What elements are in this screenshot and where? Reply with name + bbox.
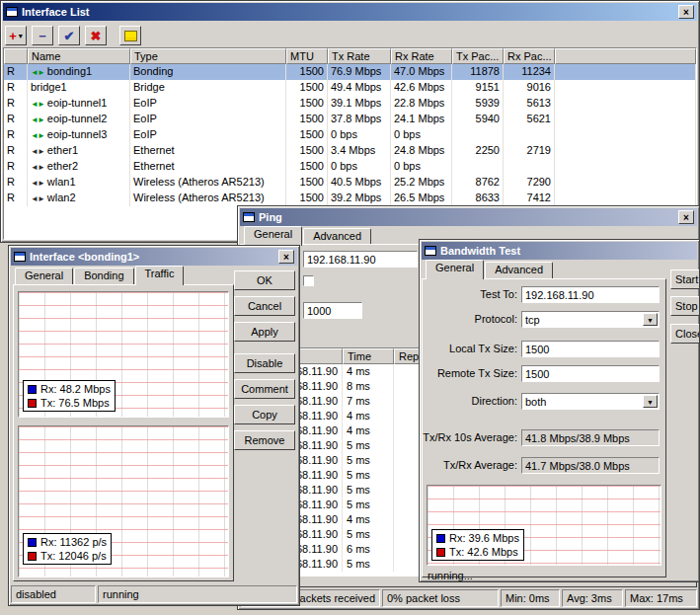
comment-button[interactable]: Comment: [234, 379, 295, 399]
tab-advanced[interactable]: Advanced: [303, 228, 371, 245]
interface-list-titlebar[interactable]: Interface List ×: [3, 3, 697, 21]
interface-row-eoip-tunnel1[interactable]: R◄►eoip-tunnel1EoIP150039.1 Mbps22.8 Mbp…: [4, 96, 696, 112]
interface-icon: ◄►: [31, 100, 44, 109]
interface-row-wlan2[interactable]: R◄►wlan2Wireless (Atheros AR5213)150039.…: [4, 191, 696, 206]
row-filler: [555, 143, 696, 159]
row-flag: R: [4, 127, 28, 143]
interface-icon: ◄►: [31, 68, 44, 77]
col-rx-packets[interactable]: Rx Pac...: [504, 48, 555, 64]
arp-ping-checkbox[interactable]: [303, 275, 314, 286]
bonding-titlebar[interactable]: Interface <bonding1> ×: [11, 248, 297, 266]
row-type: EoIP: [130, 112, 286, 127]
tab-general[interactable]: General: [15, 268, 73, 284]
bonding-interface-window: Interface <bonding1> × General Bonding T…: [8, 245, 300, 606]
rx-packet-value: Rx: 11362 p/s: [40, 536, 107, 548]
enable-interface-button[interactable]: ✔: [58, 26, 80, 45]
bandwidth-general-panel: Test To:192.168.11.90Protocol:tcp▼Local …: [422, 278, 666, 577]
col-name[interactable]: Name: [28, 48, 130, 64]
bandwidth-legend: Rx: 39.6 Mbps Tx: 42.6 Mbps: [431, 529, 524, 561]
interface-row-ether1[interactable]: R◄►ether1Ethernet15003.4 Mbps24.8 Mbps22…: [4, 143, 696, 159]
row-rx-packets: 7290: [504, 175, 555, 191]
cancel-button[interactable]: Cancel: [234, 296, 295, 316]
row-type: Bridge: [130, 80, 286, 96]
bw-form-row: Remote Tx Size:1500: [423, 365, 665, 383]
row-flag: R: [4, 96, 28, 112]
row-name: ◄►eoip-tunnel3: [28, 127, 130, 143]
tab-traffic[interactable]: Traffic: [135, 266, 185, 285]
packet-count-field[interactable]: 1000: [303, 302, 362, 319]
row-filler: [555, 112, 696, 127]
running-status: running: [98, 585, 297, 603]
remove-interface-button[interactable]: −: [32, 26, 53, 45]
interface-icon: ◄►: [31, 115, 44, 124]
chevron-down-icon[interactable]: ▼: [643, 395, 658, 408]
remote-tx-size-field[interactable]: 1500: [521, 365, 660, 382]
row-tx-rate: 49.4 Mbps: [328, 80, 391, 96]
row-rx-packets: 11234: [504, 64, 555, 80]
interface-list-title: Interface List: [22, 6, 674, 18]
stop-button[interactable]: Stop: [670, 296, 700, 316]
row-rx-rate: 0 bps: [391, 159, 452, 175]
remove-button[interactable]: Remove: [234, 430, 295, 450]
close-button[interactable]: Close: [670, 324, 700, 344]
tx-bw-value: Tx: 42.6 Mbps: [449, 546, 518, 558]
row-name: ◄►ether1: [28, 143, 130, 159]
row-mtu: 1500: [286, 159, 328, 175]
ping-time: 5 ms: [343, 498, 394, 512]
col-tx-packets[interactable]: Tx Pac...: [452, 48, 504, 64]
ping-to-field[interactable]: 192.168.11.90: [303, 251, 418, 268]
row-tx-packets: [452, 159, 504, 175]
interface-row-bonding1[interactable]: R◄►bonding1Bonding150076.9 Mbps47.0 Mbps…: [4, 64, 696, 80]
row-name: ◄►ether2: [28, 159, 130, 175]
interface-row-eoip-tunnel2[interactable]: R◄►eoip-tunnel2EoIP150037.8 Mbps24.1 Mbp…: [4, 112, 696, 127]
traffic-packet-legend: Rx: 11362 p/s Tx: 12046 p/s: [23, 533, 112, 565]
comment-button[interactable]: [119, 26, 141, 45]
col-mtu[interactable]: MTU: [286, 48, 328, 64]
apply-button[interactable]: Apply: [234, 322, 295, 342]
disable-interface-button[interactable]: ✖: [85, 26, 107, 45]
col-time[interactable]: Time: [343, 348, 394, 364]
col-tx-rate[interactable]: Tx Rate: [328, 48, 391, 64]
bonding-title: Interface <bonding1>: [30, 251, 274, 263]
rx-swatch: [28, 538, 37, 547]
row-tx-packets: 11878: [452, 64, 504, 80]
ping-titlebar[interactable]: Ping ×: [240, 208, 697, 226]
interface-row-eoip-tunnel3[interactable]: R◄►eoip-tunnel3EoIP15000 bps0 bps: [4, 127, 696, 143]
protocol-field[interactable]: tcp▼: [521, 311, 660, 328]
copy-button[interactable]: Copy: [234, 405, 295, 424]
close-icon[interactable]: ×: [678, 210, 694, 224]
bw-form-row: Local Tx Size:1500: [423, 341, 665, 358]
row-name: ◄►wlan1: [28, 175, 130, 191]
field-label: Tx/Rx 10s Average:: [423, 429, 517, 446]
direction-field[interactable]: both▼: [521, 393, 660, 410]
window-icon: [425, 246, 436, 256]
bonding-tabs: General Bonding Traffic: [15, 266, 185, 284]
tab-general[interactable]: General: [426, 260, 484, 279]
close-icon[interactable]: ×: [278, 250, 294, 264]
chevron-down-icon[interactable]: ▼: [643, 313, 658, 326]
col-type[interactable]: Type: [130, 48, 286, 64]
row-rx-rate: 25.2 Mbps: [391, 175, 452, 191]
disable-button[interactable]: Disable: [234, 353, 295, 373]
interface-row-wlan1[interactable]: R◄►wlan1Wireless (Atheros AR5213)150040.…: [4, 175, 696, 191]
close-icon[interactable]: ×: [678, 5, 694, 19]
interface-row-bridge1[interactable]: Rbridge1Bridge150049.4 Mbps42.6 Mbps9151…: [4, 80, 696, 96]
ok-button[interactable]: OK: [234, 270, 295, 290]
tab-general[interactable]: General: [244, 226, 302, 246]
col-rx-rate[interactable]: Rx Rate: [391, 48, 452, 64]
row-filler: [555, 159, 696, 175]
ping-time: 5 ms: [343, 527, 394, 542]
local-tx-size-field[interactable]: 1500: [521, 341, 660, 357]
add-interface-button[interactable]: + ▾: [5, 26, 27, 45]
interface-row-ether2[interactable]: R◄►ether2Ethernet15000 bps0 bps: [4, 159, 696, 175]
row-tx-packets: [452, 127, 504, 143]
row-tx-rate: 39.2 Mbps: [328, 191, 391, 206]
comment-icon: [124, 31, 137, 41]
col-flag[interactable]: [4, 48, 28, 64]
test-to-field[interactable]: 192.168.11.90: [521, 286, 660, 303]
bandwidth-titlebar[interactable]: Bandwidth Test: [422, 242, 697, 260]
row-tx-rate: 37.8 Mbps: [328, 112, 391, 127]
tab-advanced[interactable]: Advanced: [485, 262, 553, 278]
start-button[interactable]: Start: [670, 269, 700, 289]
tab-bonding[interactable]: Bonding: [74, 268, 133, 284]
